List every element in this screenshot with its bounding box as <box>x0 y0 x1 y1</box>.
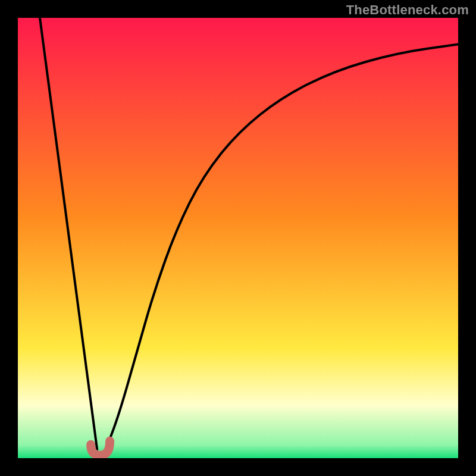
gradient-background <box>18 18 458 458</box>
chart-plot <box>18 18 458 458</box>
watermark-text: TheBottleneck.com <box>346 2 469 18</box>
chart-frame: TheBottleneck.com <box>0 0 476 476</box>
